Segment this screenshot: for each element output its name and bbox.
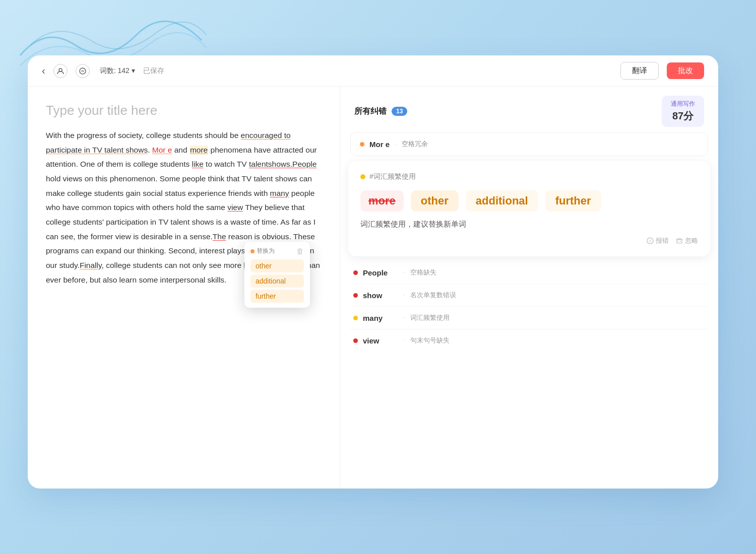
editor-panel[interactable]: Type your title here With the progress o… bbox=[28, 87, 340, 489]
vocab-card: #词汇频繁使用 more other additional further 词汇… bbox=[348, 161, 710, 256]
trash-icon bbox=[676, 237, 683, 244]
underline-the: The bbox=[213, 232, 226, 241]
error-dot-orange bbox=[360, 142, 364, 147]
score-value: 87分 bbox=[671, 109, 695, 123]
error-type-show: 名次单复数错误 bbox=[410, 291, 456, 300]
info-icon bbox=[647, 237, 654, 244]
revise-button[interactable]: 批改 bbox=[667, 62, 704, 79]
underline-many: many bbox=[270, 189, 289, 197]
content-area: Type your title here With the progress o… bbox=[28, 87, 718, 489]
error-sep-people: · bbox=[403, 268, 405, 277]
replace-popup-header: 替换为 🗑 bbox=[250, 247, 304, 255]
vocab-suggestion-other[interactable]: other bbox=[411, 190, 459, 212]
minus-circle-icon[interactable] bbox=[76, 64, 90, 78]
underline-view: view bbox=[227, 203, 243, 212]
svg-rect-6 bbox=[677, 239, 682, 243]
underline-finally: Finally bbox=[80, 261, 102, 269]
error-type-people: 空格缺失 bbox=[410, 268, 436, 277]
error-word-view: view bbox=[363, 336, 398, 345]
vocab-suggestion-additional[interactable]: additional bbox=[466, 190, 538, 212]
score-label: 通用写作 bbox=[671, 100, 695, 108]
vocab-words-row: more other additional further bbox=[360, 190, 698, 212]
error-more[interactable]: Mor e bbox=[152, 146, 172, 154]
replace-popup-delete-icon[interactable]: 🗑 bbox=[296, 247, 304, 255]
vocab-tag: #词汇频繁使用 bbox=[369, 172, 416, 181]
vocab-strikethrough-word: more bbox=[360, 190, 404, 212]
vocab-suggestion-further[interactable]: further bbox=[545, 190, 601, 212]
error-list-item-many[interactable]: many · 词汇频繁使用 bbox=[350, 307, 708, 329]
editor-title: Type your title here bbox=[46, 103, 322, 118]
error-sep-show: · bbox=[403, 291, 405, 300]
vocab-description: 词汇频繁使用，建议替换新单词 bbox=[360, 220, 698, 229]
error-list-item-people[interactable]: People · 空格缺失 bbox=[350, 261, 708, 284]
word-count[interactable]: 词数: 142 ▾ bbox=[100, 66, 135, 76]
first-error-sep: · bbox=[395, 141, 397, 148]
error-list: People · 空格缺失 show · 名次单复数错误 many · 词汇频繁… bbox=[340, 261, 718, 489]
user-icon[interactable] bbox=[53, 64, 68, 78]
replace-item-additional[interactable]: additional bbox=[250, 274, 304, 288]
error-dot-show bbox=[353, 293, 358, 298]
svg-point-0 bbox=[59, 68, 62, 72]
vocab-ignore-button[interactable]: 忽略 bbox=[676, 236, 698, 245]
vocab-card-header: #词汇频繁使用 bbox=[360, 172, 698, 181]
error-word-people: People bbox=[363, 268, 398, 277]
replace-item-further[interactable]: further bbox=[250, 290, 304, 303]
first-error-word: Mor e bbox=[369, 140, 390, 149]
right-panel: 所有纠错 13 通用写作 87分 Mor e · 空格冗余 #词汇频繁使用 bbox=[340, 87, 718, 489]
score-card-mini: 通用写作 87分 bbox=[662, 96, 704, 127]
error-dot-view bbox=[353, 338, 358, 343]
underline-like: like bbox=[192, 160, 204, 168]
replace-popup-label: 替换为 bbox=[250, 247, 275, 255]
first-error-type: 空格冗余 bbox=[402, 140, 428, 149]
error-type-many: 词汇频繁使用 bbox=[410, 313, 450, 322]
error-word-many: many bbox=[363, 314, 398, 322]
error-dot-people bbox=[353, 270, 358, 275]
highlight-more[interactable]: more bbox=[190, 146, 208, 154]
replace-item-other[interactable]: other bbox=[250, 259, 304, 272]
back-button[interactable]: ‹ bbox=[42, 65, 45, 77]
error-sep-view: · bbox=[403, 336, 405, 345]
error-dot-many bbox=[353, 316, 358, 320]
translate-button[interactable]: 翻译 bbox=[620, 62, 659, 80]
text-fragment: lent shows bbox=[260, 174, 297, 183]
svg-point-5 bbox=[650, 239, 650, 239]
errors-header: 所有纠错 13 通用写作 87分 bbox=[340, 87, 718, 132]
error-list-item-show[interactable]: show · 名次单复数错误 bbox=[350, 284, 708, 307]
vocab-report-button[interactable]: 报错 bbox=[647, 236, 669, 245]
error-sep-many: · bbox=[403, 313, 405, 322]
underline-talentshows: talentshows.People bbox=[249, 160, 317, 168]
replace-popup: 替换为 🗑 other additional further bbox=[244, 242, 310, 308]
first-error-card[interactable]: Mor e · 空格冗余 bbox=[350, 132, 708, 156]
error-type-view: 句末句号缺失 bbox=[410, 336, 450, 345]
saved-status: 已保存 bbox=[143, 66, 164, 76]
errors-badge: 13 bbox=[392, 107, 407, 116]
errors-title: 所有纠错 bbox=[354, 106, 387, 117]
main-card: ‹ 词数: 142 ▾ 已保存 翻译 批改 Type your title he… bbox=[28, 55, 718, 489]
vocab-dot bbox=[360, 174, 365, 179]
error-word-show: show bbox=[363, 291, 398, 300]
error-list-item-view[interactable]: view · 句末句号缺失 bbox=[350, 329, 708, 352]
toolbar: ‹ 词数: 142 ▾ 已保存 翻译 批改 bbox=[28, 55, 718, 87]
vocab-actions: 报错 忽略 bbox=[360, 236, 698, 245]
